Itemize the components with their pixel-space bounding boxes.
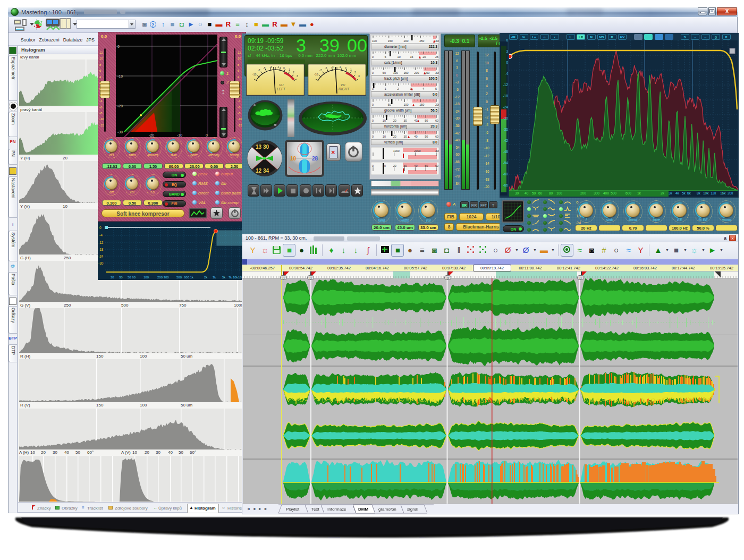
svg-text:0: 0 <box>99 226 102 230</box>
svg-text:30: 30 <box>119 276 123 279</box>
svg-text:7k 10k: 7k 10k <box>229 276 239 279</box>
svg-text:150: 150 <box>404 71 409 74</box>
svg-text:3: 3 <box>297 74 298 78</box>
svg-text:3000: 3000 <box>435 149 439 152</box>
svg-text:-5: -5 <box>325 66 327 70</box>
svg-text:-7: -7 <box>319 69 322 72</box>
svg-text:-5: -5 <box>263 66 266 70</box>
svg-text:150: 150 <box>419 103 424 106</box>
svg-text:Text: Text <box>311 507 319 512</box>
svg-text:0: 0 <box>372 103 374 106</box>
svg-text:-3: -3 <box>269 65 272 69</box>
svg-text:0: 0 <box>372 135 374 138</box>
svg-text:12 34: 12 34 <box>256 168 269 174</box>
svg-text:10: 10 <box>290 156 297 162</box>
svg-text:1: 1 <box>385 87 386 90</box>
svg-text:1: 1 <box>350 68 352 71</box>
svg-text:1000: 1000 <box>393 149 400 152</box>
svg-text:50: 50 <box>425 164 428 167</box>
svg-text:-20: -20 <box>117 104 123 108</box>
svg-text:50: 50 <box>383 71 386 74</box>
svg-text:RIGHT: RIGHT <box>339 87 350 91</box>
svg-text:0: 0 <box>372 71 374 74</box>
svg-text:-10: -10 <box>314 73 318 76</box>
svg-text:60: 60 <box>435 119 438 122</box>
svg-text:50: 50 <box>388 103 391 106</box>
svg-text:250: 250 <box>419 39 424 43</box>
svg-text:gramofon: gramofon <box>378 507 396 512</box>
svg-text:150: 150 <box>388 39 393 43</box>
svg-text:0: 0 <box>117 45 120 48</box>
svg-text:0: 0 <box>206 133 208 137</box>
svg-text:5: 5 <box>385 55 386 58</box>
svg-text:20: 20 <box>393 135 396 138</box>
svg-text:20: 20 <box>111 276 114 279</box>
svg-text:-12: -12 <box>98 241 104 244</box>
svg-text:28: 28 <box>312 156 318 162</box>
svg-text:5: 5 <box>435 87 437 90</box>
svg-text:2k: 2k <box>204 276 208 279</box>
svg-text:-24: -24 <box>98 254 104 258</box>
svg-text:0: 0 <box>372 164 374 167</box>
svg-text:25: 25 <box>435 55 438 58</box>
svg-text:signál: signál <box>407 507 418 512</box>
svg-text:-1: -1 <box>339 65 341 69</box>
svg-text:10: 10 <box>383 135 386 138</box>
svg-text:-20: -20 <box>149 133 154 137</box>
svg-text:40: 40 <box>414 135 417 138</box>
svg-text:3k: 3k <box>213 276 216 279</box>
svg-text:-18: -18 <box>98 248 104 251</box>
svg-text:0: 0 <box>372 55 374 58</box>
svg-text:30: 30 <box>404 119 407 122</box>
svg-text:500: 500 <box>176 276 182 279</box>
svg-text:2: 2 <box>398 87 399 90</box>
svg-text:100: 100 <box>143 276 149 279</box>
svg-text:20: 20 <box>393 119 396 122</box>
svg-text:LEFT: LEFT <box>277 87 286 91</box>
svg-text:4: 4 <box>422 87 424 90</box>
svg-text:-30: -30 <box>98 261 104 265</box>
svg-text:-10: -10 <box>117 74 123 78</box>
svg-text:2: 2 <box>293 71 294 74</box>
svg-text:-1: -1 <box>277 65 280 69</box>
svg-text:200: 200 <box>435 103 439 106</box>
svg-text:Informace: Informace <box>327 507 346 512</box>
svg-text:5k: 5k <box>222 276 226 279</box>
svg-text:Playlist: Playlist <box>286 507 300 512</box>
svg-text:-10: -10 <box>252 73 256 76</box>
svg-text:13 30: 13 30 <box>256 144 269 150</box>
svg-text:15: 15 <box>410 55 413 58</box>
svg-text:50: 50 <box>425 119 428 122</box>
svg-text:1: 1 <box>289 68 290 71</box>
svg-text:40: 40 <box>414 164 417 167</box>
svg-text:-7: -7 <box>258 69 260 72</box>
svg-text:40: 40 <box>414 119 417 122</box>
svg-text:200 300: 200 300 <box>157 276 169 279</box>
svg-text:-3: -3 <box>331 65 334 69</box>
svg-text:-10: -10 <box>177 133 182 137</box>
svg-text:50: 50 <box>425 135 428 138</box>
svg-text:0: 0 <box>372 119 374 122</box>
svg-text:VU: VU <box>341 83 345 87</box>
svg-text:20: 20 <box>422 55 426 58</box>
svg-text:-4: -4 <box>99 233 103 237</box>
svg-text:300: 300 <box>435 39 439 43</box>
svg-text:-30: -30 <box>117 130 123 134</box>
svg-text:DMM: DMM <box>358 507 368 512</box>
svg-text:100: 100 <box>404 103 409 106</box>
svg-text:60: 60 <box>435 135 438 138</box>
svg-text:10: 10 <box>383 119 386 122</box>
svg-text:0: 0 <box>345 66 346 70</box>
svg-text:300: 300 <box>435 71 439 74</box>
svg-text:0: 0 <box>283 66 285 70</box>
svg-text:VU: VU <box>279 83 284 87</box>
svg-text:60: 60 <box>435 164 438 167</box>
svg-text:30: 30 <box>404 164 407 167</box>
svg-text:600 1k: 600 1k <box>184 276 194 279</box>
svg-text:2: 2 <box>354 71 356 74</box>
svg-text:2000: 2000 <box>414 149 420 152</box>
svg-text:3: 3 <box>358 74 360 78</box>
svg-text:200: 200 <box>414 71 419 74</box>
svg-text:20: 20 <box>393 164 396 167</box>
svg-text:100: 100 <box>372 39 377 43</box>
